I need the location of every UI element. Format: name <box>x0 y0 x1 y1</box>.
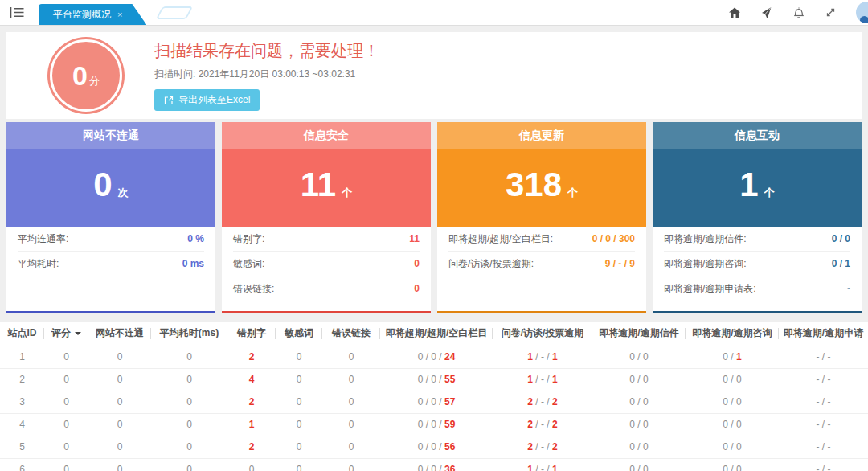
stat-label: 错误链接: <box>233 282 274 296</box>
stat-value: 0 <box>414 258 420 269</box>
table-row: 30002000 / 0 / 572 / - / 20 / 00 / 0- / … <box>0 391 868 413</box>
column-header[interactable]: 即将逾期/逾期咨询 <box>686 322 779 346</box>
stat-row: 即将逾期/逾期信件:0 / 0 <box>664 227 850 252</box>
export-excel-button[interactable]: 导出列表至Excel <box>154 89 260 111</box>
column-header-label: 即将逾期/逾期申请 <box>784 327 863 338</box>
stat-label: 平均连通率: <box>18 232 68 246</box>
table-cell: 0 / 0 <box>686 368 779 391</box>
table-cell: 0 <box>151 391 227 413</box>
table-cell: 0 / 0 <box>592 346 686 368</box>
column-header[interactable]: 网站不连通 <box>88 322 151 346</box>
top-navbar: 平台监测概况 × <box>0 0 868 26</box>
card-unit: 个 <box>567 186 578 200</box>
table-cell: 0 <box>276 391 322 413</box>
table-cell: - / - <box>779 458 868 471</box>
card-unit: 次 <box>118 186 129 200</box>
scan-summary-panel: 0 分 扫描结果存在问题，需要处理！ 扫描时间: 2021年11月20日 03:… <box>6 32 862 119</box>
stat-label: 即将逾期/逾期申请表: <box>664 282 756 296</box>
column-header-label: 即将逾期/逾期信件 <box>599 327 678 338</box>
table-cell: 1 <box>227 413 276 436</box>
table-cell: 0 <box>88 458 151 471</box>
table-cell: 0 <box>44 391 88 413</box>
stat-value: 0 / 1 <box>832 258 850 269</box>
column-header[interactable]: 站点ID <box>0 322 44 346</box>
table-cell: 0 <box>276 346 322 368</box>
table-cell: 1 / - / 1 <box>493 368 592 391</box>
table-cell: 0 <box>88 413 151 436</box>
stat-value: 0 / 0 / 300 <box>592 233 635 244</box>
column-header[interactable]: 错误链接 <box>322 322 380 346</box>
table-row: 50002000 / 0 / 562 / - / 20 / 00 / 0- / … <box>0 436 868 458</box>
card-big-value: 11个 <box>222 149 431 227</box>
table-cell: 0 <box>88 436 151 458</box>
card-number: 11 <box>301 168 336 202</box>
table-cell: 6 <box>0 458 44 471</box>
summary-card-1: 信息安全11个错别字:11敏感词:0错误链接:0 <box>222 122 431 313</box>
table-cell: 1 / - / 1 <box>493 346 592 368</box>
card-big-value: 318个 <box>437 149 646 227</box>
home-icon[interactable] <box>727 6 741 19</box>
card-big-value: 0次 <box>6 149 215 227</box>
table-cell: 0 / 0 <box>592 391 686 413</box>
card-title: 信息互动 <box>653 122 862 149</box>
menu-icon[interactable] <box>10 6 27 20</box>
stat-row: 敏感词:0 <box>233 252 420 276</box>
column-header[interactable]: 错别字 <box>227 322 276 346</box>
table-cell: 0 / 0 <box>686 436 779 458</box>
table-cell: 1 <box>0 346 44 368</box>
table-cell: 0 <box>151 436 227 458</box>
send-icon[interactable] <box>760 6 773 19</box>
sort-desc-icon[interactable] <box>75 332 81 338</box>
stat-label: 敏感词: <box>233 257 264 271</box>
card-unit: 个 <box>342 186 352 200</box>
table-cell: - / - <box>779 391 868 413</box>
avatar[interactable] <box>856 2 868 23</box>
table-cell: 2 <box>0 368 44 391</box>
table-cell: 0 <box>322 436 380 458</box>
table-cell: 0 / 0 <box>592 436 686 458</box>
table-row: 20004000 / 0 / 551 / - / 10 / 00 / 0- / … <box>0 368 868 391</box>
table-cell: 0 <box>44 346 88 368</box>
table-cell: 3 <box>0 391 44 413</box>
table-cell: 1 / - / 1 <box>493 458 592 471</box>
export-icon <box>164 96 174 105</box>
stat-row <box>448 276 635 301</box>
card-unit: 个 <box>764 186 775 200</box>
column-header[interactable]: 即将逾期/逾期信件 <box>592 322 686 346</box>
card-title: 信息更新 <box>437 122 646 149</box>
column-header[interactable]: 评分 <box>44 322 88 346</box>
bell-icon[interactable] <box>792 6 805 19</box>
table-cell: 5 <box>0 436 44 458</box>
column-header[interactable]: 敏感词 <box>276 322 322 346</box>
table-cell: 4 <box>227 368 276 391</box>
expand-icon[interactable] <box>824 6 837 19</box>
table-cell: 0 <box>44 436 88 458</box>
column-header[interactable]: 即将逾期/逾期申请 <box>779 322 868 346</box>
column-header[interactable]: 问卷/访谈/投票逾期 <box>493 322 592 346</box>
column-header[interactable]: 即将超期/超期/空白栏目 <box>380 322 493 346</box>
results-table: 站点ID评分网站不连通平均耗时(ms)错别字敏感词错误链接即将超期/超期/空白栏… <box>0 322 868 471</box>
table-cell: 0 / 0 <box>592 413 686 436</box>
column-header[interactable]: 平均耗时(ms) <box>151 322 227 346</box>
table-row: 60000000 / 0 / 361 / - / 10 / 00 / 0- / … <box>0 458 868 471</box>
table-cell: 0 <box>276 413 322 436</box>
stat-label: 错别字: <box>233 232 264 246</box>
column-header-label: 即将超期/超期/空白栏目 <box>386 327 488 338</box>
table-cell: - / - <box>779 436 868 458</box>
tab-close-icon[interactable]: × <box>117 10 122 19</box>
stat-value: 0 ms <box>182 258 204 269</box>
table-cell: 0 <box>44 413 88 436</box>
table-cell: 0 <box>88 368 151 391</box>
card-stats: 平均连通率:0 %平均耗时:0 ms <box>6 227 215 311</box>
tab-platform-overview[interactable]: 平台监测概况 × <box>39 4 146 25</box>
table-cell: 0 <box>151 458 227 471</box>
table-cell: 0 <box>227 458 276 471</box>
card-title: 信息安全 <box>222 122 431 149</box>
stat-row: 即将超期/超期/空白栏目:0 / 0 / 300 <box>448 227 635 252</box>
scan-time: 扫描时间: 2021年11月20日 03:00:13 ~03:02:31 <box>154 68 379 81</box>
table-cell: 0 / 0 <box>686 413 779 436</box>
table-cell: 2 / - / 2 <box>493 413 592 436</box>
card-stats: 即将超期/超期/空白栏目:0 / 0 / 300问卷/访谈/投票逾期:9 / -… <box>437 227 646 311</box>
column-header-label: 评分 <box>51 327 71 338</box>
table-cell: 2 / - / 2 <box>493 436 592 458</box>
